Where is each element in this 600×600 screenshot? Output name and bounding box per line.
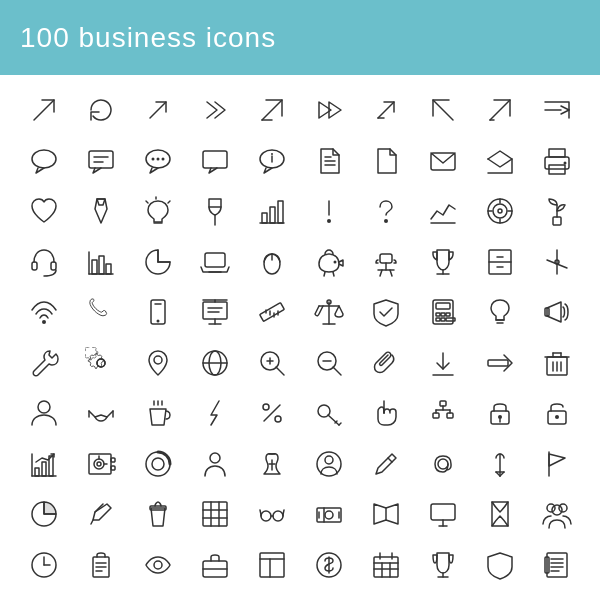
svg-rect-171 <box>35 468 39 476</box>
svg-line-71 <box>324 272 325 276</box>
svg-point-228 <box>154 561 162 569</box>
icon-cell-arrows-right <box>471 338 528 389</box>
icon-cell-arrow-diagonal-2 <box>357 85 414 136</box>
icon-cell-money-bill <box>300 489 357 540</box>
svg-line-77 <box>380 270 382 276</box>
icon-cell-shield <box>471 540 528 591</box>
svg-point-205 <box>273 511 283 521</box>
icon-cell-chat-round <box>15 136 72 187</box>
svg-line-8 <box>433 100 453 120</box>
icon-cell-refresh <box>72 85 129 136</box>
icon-cell-search-minus <box>300 338 357 389</box>
svg-point-151 <box>263 404 269 410</box>
svg-line-197 <box>91 520 93 524</box>
icon-cell-envelope-closed <box>414 136 471 187</box>
svg-rect-231 <box>260 553 284 577</box>
icon-cell-pencil-2 <box>72 489 129 540</box>
icon-cell-lock-closed <box>471 388 528 439</box>
svg-point-190 <box>438 459 448 469</box>
icon-cell-double-arrow-right <box>186 85 243 136</box>
svg-rect-92 <box>203 302 227 319</box>
icon-cell-phone <box>72 287 129 338</box>
icon-cell-laptop <box>186 237 243 288</box>
icon-cell-graph-line <box>414 186 471 237</box>
svg-line-37 <box>146 201 148 203</box>
svg-rect-59 <box>51 262 56 270</box>
svg-line-12 <box>561 110 569 114</box>
svg-point-220 <box>552 505 562 515</box>
icon-cell-location-pin <box>129 338 186 389</box>
svg-rect-135 <box>488 360 508 366</box>
icon-cell-arrow-right-down <box>528 85 585 136</box>
svg-rect-109 <box>436 303 450 309</box>
svg-point-46 <box>327 219 331 223</box>
svg-line-11 <box>561 106 569 110</box>
icon-cell-settings-gear <box>72 338 129 389</box>
icon-cell-coin-dollar <box>300 540 357 591</box>
icon-cell-newspaper <box>528 540 585 591</box>
icon-cell-presentation <box>186 287 243 338</box>
icon-cell-pen <box>471 439 528 490</box>
icon-cell-target <box>471 186 528 237</box>
icon-cell-coffee <box>129 388 186 439</box>
icon-cell-arrow-diagonal-4 <box>471 85 528 136</box>
svg-point-13 <box>32 150 56 168</box>
svg-rect-111 <box>441 313 445 316</box>
svg-point-47 <box>384 219 388 223</box>
icon-cell-download-arrow <box>414 338 471 389</box>
svg-point-18 <box>151 157 154 160</box>
icon-cell-chat-info <box>243 136 300 187</box>
icon-cell-clock <box>15 540 72 591</box>
svg-point-144 <box>38 401 50 413</box>
svg-point-182 <box>152 458 164 470</box>
icon-cell-headset <box>15 237 72 288</box>
svg-point-219 <box>559 504 567 512</box>
icon-cell-arrow-diagonal <box>15 85 72 136</box>
icon-cell-piggy-bank <box>300 237 357 288</box>
icon-cell-donut-chart <box>129 439 186 490</box>
svg-point-177 <box>94 459 104 469</box>
svg-point-168 <box>555 415 559 419</box>
svg-rect-113 <box>436 318 440 321</box>
svg-line-6 <box>378 102 394 118</box>
icon-cell-hand-pointer <box>357 388 414 439</box>
svg-line-9 <box>490 100 510 120</box>
icon-cell-calendar-grid <box>357 540 414 591</box>
icon-cell-trophy-award <box>414 237 471 288</box>
icon-cell-pin <box>186 186 243 237</box>
svg-rect-64 <box>106 264 111 274</box>
svg-line-189 <box>388 458 392 462</box>
icon-cell-cup-to-go <box>129 489 186 540</box>
icon-cell-people-group <box>528 489 585 540</box>
icon-cell-bar-chart <box>72 237 129 288</box>
svg-point-88 <box>42 320 46 324</box>
icon-cell-shield-check <box>357 287 414 338</box>
svg-point-19 <box>156 157 159 160</box>
icon-cell-person <box>15 388 72 439</box>
svg-rect-67 <box>205 253 225 267</box>
svg-rect-213 <box>431 504 455 520</box>
icon-cell-arrow-diagonal-3 <box>414 85 471 136</box>
icon-cell-exclamation <box>300 186 357 237</box>
svg-point-183 <box>210 453 220 463</box>
svg-rect-21 <box>203 151 227 168</box>
icon-cell-arrow-up-right <box>129 85 186 136</box>
svg-line-38 <box>168 201 170 203</box>
svg-point-204 <box>261 511 271 521</box>
icon-cell-paperclip <box>357 338 414 389</box>
header: 100 business icons <box>0 0 600 75</box>
icon-grid <box>0 75 600 600</box>
svg-point-73 <box>333 260 336 263</box>
icon-cell-document-blank <box>357 136 414 187</box>
icon-cell-bar-chart-up <box>15 439 72 490</box>
svg-line-1 <box>150 102 166 118</box>
icon-cell-calculator <box>414 287 471 338</box>
svg-line-131 <box>333 367 341 375</box>
svg-point-24 <box>271 153 273 155</box>
svg-point-152 <box>275 416 281 422</box>
svg-rect-176 <box>111 466 115 470</box>
svg-point-122 <box>154 356 162 364</box>
icon-cell-key <box>300 388 357 439</box>
svg-point-208 <box>325 511 333 519</box>
icon-cell-glasses <box>243 489 300 540</box>
